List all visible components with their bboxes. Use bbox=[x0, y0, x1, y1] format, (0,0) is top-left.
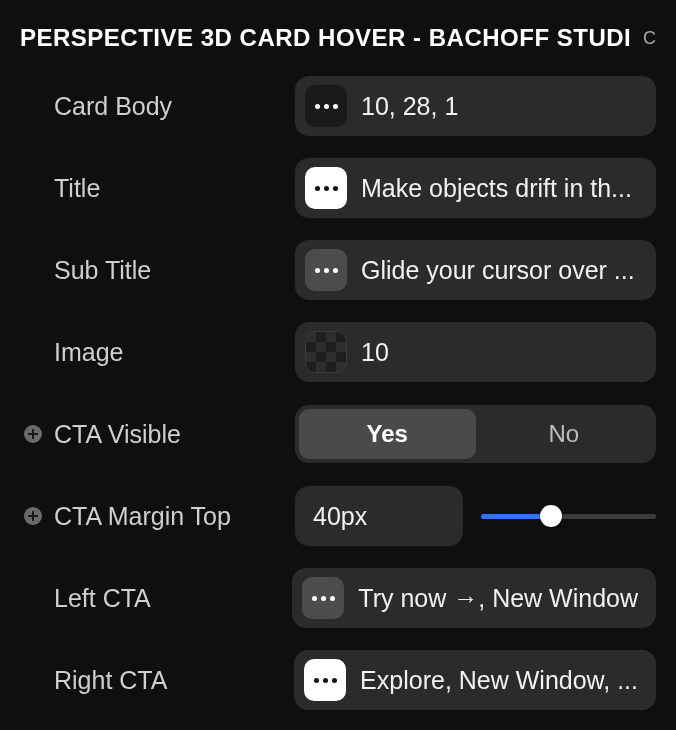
slider-cta-margin-top: 40px bbox=[295, 486, 656, 546]
row-title: Title Make objects drift in th... bbox=[20, 158, 656, 218]
slider-value-input[interactable]: 40px bbox=[295, 486, 463, 546]
label-text: Card Body bbox=[54, 92, 172, 121]
svg-rect-2 bbox=[28, 433, 38, 435]
value-text: 10, 28, 1 bbox=[361, 92, 458, 121]
panel-header: PERSPECTIVE 3D CARD HOVER - BACHOFF STUD… bbox=[0, 0, 676, 70]
field-card-body[interactable]: 10, 28, 1 bbox=[295, 76, 656, 136]
label-right-cta: Right CTA bbox=[20, 666, 294, 695]
field-sub-title[interactable]: Glide your cursor over ... bbox=[295, 240, 656, 300]
field-left-cta[interactable]: Try now →, New Window bbox=[292, 568, 656, 628]
properties-list: Card Body 10, 28, 1 Title bbox=[0, 70, 676, 730]
label-sub-title: Sub Title bbox=[20, 256, 295, 285]
label-title: Title bbox=[20, 174, 295, 203]
more-icon[interactable] bbox=[304, 659, 346, 701]
add-override-icon[interactable] bbox=[22, 505, 44, 527]
row-right-cta: Right CTA Explore, New Window, ... bbox=[20, 650, 656, 710]
header-trailing-text: C bbox=[643, 28, 656, 49]
svg-rect-5 bbox=[28, 515, 38, 517]
value-text: Glide your cursor over ... bbox=[361, 256, 635, 285]
more-icon[interactable] bbox=[302, 577, 344, 619]
add-override-icon[interactable] bbox=[22, 423, 44, 445]
value-text: 10 bbox=[361, 338, 389, 367]
row-card-body: Card Body 10, 28, 1 bbox=[20, 76, 656, 136]
more-icon[interactable] bbox=[305, 167, 347, 209]
label-text: Sub Title bbox=[54, 256, 151, 285]
label-text: Title bbox=[54, 174, 100, 203]
label-cta-visible: CTA Visible bbox=[20, 420, 295, 449]
properties-panel: PERSPECTIVE 3D CARD HOVER - BACHOFF STUD… bbox=[0, 0, 676, 730]
label-text: Image bbox=[54, 338, 123, 367]
label-text: Right CTA bbox=[54, 666, 167, 695]
more-icon[interactable] bbox=[305, 85, 347, 127]
label-card-body: Card Body bbox=[20, 92, 295, 121]
label-left-cta: Left CTA bbox=[20, 584, 292, 613]
segmented-cta-visible: Yes No bbox=[295, 405, 656, 463]
more-icon[interactable] bbox=[305, 249, 347, 291]
row-sub-title: Sub Title Glide your cursor over ... bbox=[20, 240, 656, 300]
label-image: Image bbox=[20, 338, 295, 367]
row-cta-margin-top: CTA Margin Top 40px bbox=[20, 486, 656, 546]
label-text: CTA Visible bbox=[54, 420, 181, 449]
field-image[interactable]: 10 bbox=[295, 322, 656, 382]
value-text: Try now →, New Window bbox=[358, 584, 638, 613]
field-right-cta[interactable]: Explore, New Window, ... bbox=[294, 650, 656, 710]
image-swatch-icon[interactable] bbox=[305, 331, 347, 373]
value-text: Explore, New Window, ... bbox=[360, 666, 638, 695]
slider-thumb[interactable] bbox=[540, 505, 562, 527]
label-cta-margin-top: CTA Margin Top bbox=[20, 502, 295, 531]
segment-yes[interactable]: Yes bbox=[299, 409, 476, 459]
slider-value-text: 40px bbox=[313, 502, 367, 531]
label-text: Left CTA bbox=[54, 584, 151, 613]
slider-track[interactable] bbox=[481, 504, 656, 528]
panel-title: PERSPECTIVE 3D CARD HOVER - BACHOFF STUD… bbox=[20, 24, 631, 52]
segment-no[interactable]: No bbox=[476, 409, 653, 459]
label-text: CTA Margin Top bbox=[54, 502, 231, 531]
field-title[interactable]: Make objects drift in th... bbox=[295, 158, 656, 218]
row-image: Image 10 bbox=[20, 322, 656, 382]
row-cta-visible: CTA Visible Yes No bbox=[20, 404, 656, 464]
value-text: Make objects drift in th... bbox=[361, 174, 632, 203]
row-left-cta: Left CTA Try now →, New Window bbox=[20, 568, 656, 628]
